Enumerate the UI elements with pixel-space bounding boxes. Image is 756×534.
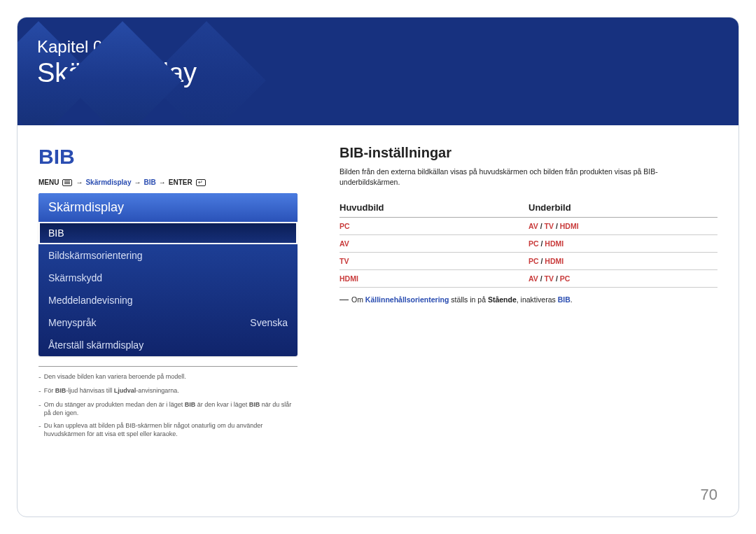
chapter-title: Skärmdisplay <box>37 58 197 88</box>
right-note-text: Om Källinnehållsorientering ställs in på… <box>351 295 573 306</box>
col-header-1: Huvudbild <box>340 198 528 218</box>
table-cell-sub: PC / HDMI <box>528 253 718 270</box>
dash-icon: - <box>38 400 41 417</box>
source-table: Huvudbild Underbild PCAV / TV / HDMIAVPC… <box>340 198 718 288</box>
table-cell-sub: PC / HDMI <box>528 235 718 253</box>
note-bold: Källinnehållsorientering <box>365 295 449 304</box>
note-bold: Stående <box>488 295 517 304</box>
page-number: 70 <box>701 486 718 504</box>
osd-item-label: Skärmskydd <box>48 272 102 283</box>
menu-icon <box>62 179 72 186</box>
dash-icon: - <box>38 421 41 438</box>
chapter-banner: Kapitel 06 Skärmdisplay <box>18 17 738 125</box>
table-cell-sub: AV / TV / HDMI <box>528 218 718 235</box>
osd-item-value: Svenska <box>250 317 288 328</box>
note-frag: ställs in på <box>449 295 487 304</box>
table-cell-sub: AV / TV / PC <box>528 270 718 288</box>
table-row: PCAV / TV / HDMI <box>340 218 718 235</box>
footnotes: -Den visade bilden kan variera beroende … <box>38 366 298 438</box>
osd-item-label: Menyspråk <box>48 317 96 328</box>
path-menu: MENU <box>38 178 59 186</box>
table-row: AVPC / HDMI <box>340 235 718 253</box>
col-header-2: Underbild <box>528 198 718 218</box>
note-frag: . <box>570 295 573 304</box>
osd-item-label: Återställ skärmdisplay <box>48 339 144 351</box>
page-frame: Kapitel 06 Skärmdisplay BIB MENU → Skärm… <box>17 17 739 517</box>
osd-menu-item[interactable]: MenyspråkSvenska <box>38 311 298 334</box>
path-skarmdisplay: Skärmdisplay <box>85 178 131 186</box>
left-column: BIB MENU → Skärmdisplay → BIB → ENTER Sk… <box>38 145 298 442</box>
content-area: BIB MENU → Skärmdisplay → BIB → ENTER Sk… <box>18 125 738 455</box>
osd-header: Skärmdisplay <box>38 193 298 222</box>
enter-icon <box>196 179 206 186</box>
osd-item-label: BIB <box>48 227 64 239</box>
section-heading: BIB <box>38 145 298 169</box>
chapter-label: Kapitel 06 <box>37 37 197 57</box>
table-cell-main: HDMI <box>340 270 528 288</box>
dash-icon: ― <box>340 293 349 306</box>
dash-icon: - <box>38 372 41 382</box>
path-enter: ENTER <box>169 178 192 186</box>
osd-item-label: Meddelandevisning <box>48 295 133 306</box>
table-cell-main: PC <box>340 218 528 235</box>
arrow-icon: → <box>76 178 83 186</box>
osd-menu-item[interactable]: Återställ skärmdisplay <box>38 334 298 356</box>
table-row: HDMIAV / TV / PC <box>340 270 718 288</box>
arrow-icon: → <box>159 178 166 186</box>
note-frag: Om <box>351 295 365 304</box>
footnote: -Den visade bilden kan variera beroende … <box>38 372 298 382</box>
osd-menu-item[interactable]: Meddelandevisning <box>38 289 298 311</box>
right-section-desc: Bilden från den externa bildkällan visas… <box>340 167 718 187</box>
footnote-text: Om du stänger av produkten medan den är … <box>44 400 298 417</box>
osd-item-label: Bildskärmsorientering <box>48 250 143 261</box>
note-bold: BIB <box>558 295 570 304</box>
dash-icon: - <box>38 386 41 396</box>
osd-menu: Skärmdisplay BIBBildskärmsorienteringSkä… <box>38 193 298 356</box>
table-row: TVPC / HDMI <box>340 253 718 270</box>
path-bib: BIB <box>144 178 156 186</box>
table-cell-main: AV <box>340 235 528 253</box>
right-section-title: BIB-inställningar <box>340 145 718 161</box>
osd-menu-item[interactable]: Bildskärmsorientering <box>38 244 298 267</box>
arrow-icon: → <box>134 178 141 186</box>
footnote-text: Den visade bilden kan variera beroende p… <box>44 372 186 382</box>
footnote: -Om du stänger av produkten medan den är… <box>38 400 298 417</box>
table-cell-main: TV <box>340 253 528 270</box>
footnote-text: För BIB-ljud hänvisas till Ljudval-anvis… <box>44 386 179 396</box>
footnote-text: Du kan uppleva att bilden på BIB-skärmen… <box>44 421 298 438</box>
right-note: ― Om Källinnehållsorientering ställs in … <box>340 295 718 306</box>
footnote: -Du kan uppleva att bilden på BIB-skärme… <box>38 421 298 438</box>
note-frag: , inaktiveras <box>517 295 558 304</box>
right-column: BIB-inställningar Bilden från den extern… <box>340 145 718 442</box>
osd-menu-item[interactable]: Skärmskydd <box>38 267 298 289</box>
title-block: Kapitel 06 Skärmdisplay <box>37 37 197 88</box>
footnote: -För BIB-ljud hänvisas till Ljudval-anvi… <box>38 386 298 396</box>
osd-menu-item[interactable]: BIB <box>38 222 298 244</box>
menu-path: MENU → Skärmdisplay → BIB → ENTER <box>38 178 298 186</box>
